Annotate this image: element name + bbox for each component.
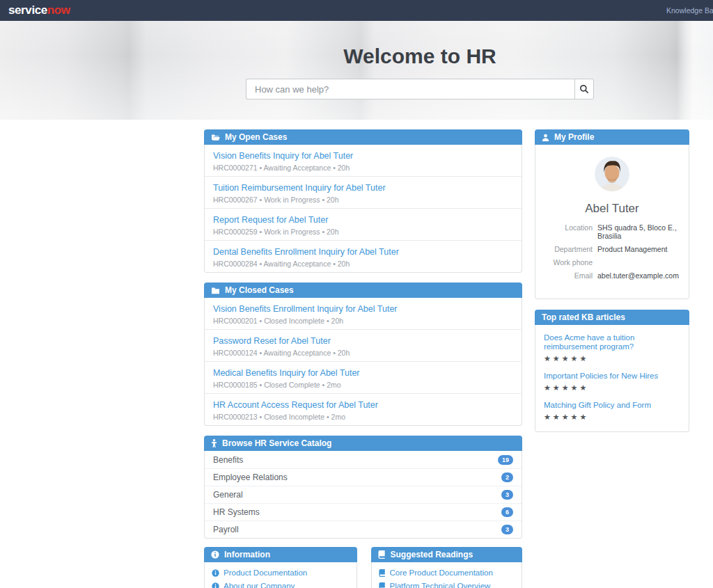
information-link[interactable]: About our Company (224, 582, 295, 588)
kb-article-item[interactable]: Important Policies for New Hires ★★★★★ (535, 363, 689, 392)
case-link[interactable]: HR Account Access Request for Abel Tuter (213, 400, 378, 410)
case-list-item[interactable]: Report Request for Abel Tuter HRC0000259… (205, 208, 522, 240)
page-title: Welcome to HR (246, 45, 594, 68)
book-icon (378, 550, 386, 559)
book-icon (379, 582, 386, 588)
case-list-item[interactable]: Password Reset for Abel Tuter HRC0000124… (205, 329, 522, 361)
kb-article-link[interactable]: Important Policies for New Hires (544, 372, 658, 381)
category-label[interactable]: HR Systems (213, 507, 260, 517)
panel-title: My Closed Cases (225, 285, 294, 295)
case-link[interactable]: Report Request for Abel Tuter (213, 215, 328, 225)
category-count-badge: 3 (501, 490, 513, 500)
profile-field-value: SHS quadra 5, Bloco E., Brasilia (597, 223, 680, 240)
profile-field-value: abel.tuter@example.com (597, 271, 679, 280)
profile-field-label: Email (544, 271, 593, 280)
case-link[interactable]: Medical Benefits Inquiry for Abel Tuter (213, 368, 360, 378)
category-label[interactable]: Employee Relations (213, 472, 288, 482)
kb-article-link[interactable]: Matching Gift Policy and Form (544, 401, 651, 410)
kb-article-rating: ★★★★★ (544, 354, 680, 363)
case-list-item[interactable]: Vision Benefits Inquiry for Abel Tuter H… (205, 145, 522, 176)
case-link[interactable]: Vision Benefits Inquiry for Abel Tuter (213, 151, 353, 161)
case-list-item[interactable]: HR Account Access Request for Abel Tuter… (205, 393, 522, 425)
bottom-panels-row: Information Product Documentation About … (204, 547, 522, 588)
case-meta: HRC0000267 • Work in Progress • 20h (213, 196, 513, 204)
case-link[interactable]: Dental Benefits Enrollment Inquiry for A… (213, 247, 399, 257)
panel-title: My Open Cases (225, 132, 287, 142)
catalog-category-item[interactable]: General 3 (205, 486, 522, 503)
reading-link-item[interactable]: Core Product Documentation (372, 566, 522, 580)
panel-my-open-cases: My Open Cases Vision Benefits Inquiry fo… (204, 129, 522, 273)
kb-article-link[interactable]: Does Acme have a tuition reimbursement p… (544, 333, 680, 351)
case-list-item[interactable]: Vision Benefits Enrollment Inquiry for A… (205, 298, 522, 329)
kb-article-list: Does Acme have a tuition reimbursement p… (535, 325, 689, 432)
avatar (595, 157, 629, 191)
main-column: My Open Cases Vision Benefits Inquiry fo… (204, 129, 522, 588)
right-column: My Profile Abel Tuter Location S (535, 129, 689, 442)
panel-header-suggested-readings: Suggested Readings (371, 547, 523, 562)
profile-field-row: Email abel.tuter@example.com (544, 271, 680, 280)
reading-link-item[interactable]: Platform Technical Overview (372, 580, 522, 588)
category-label[interactable]: Benefits (213, 455, 243, 465)
category-label[interactable]: General (213, 490, 243, 500)
information-link-item[interactable]: Product Documentation (205, 566, 356, 580)
profile-card: Abel Tuter Location SHS quadra 5, Bloco … (535, 145, 689, 299)
panel-header-my-open-cases: My Open Cases (204, 129, 522, 145)
servicenow-logo[interactable]: servicenow (8, 0, 70, 21)
search-bar (246, 79, 594, 100)
profile-field-label: Department (544, 245, 593, 253)
category-count-badge: 6 (501, 507, 513, 517)
user-icon (542, 134, 549, 141)
case-list-item[interactable]: Tuition Reimbursement Inquiry for Abel T… (205, 176, 522, 208)
panel-title: Browse HR Service Catalog (222, 438, 331, 448)
search-icon (579, 84, 589, 94)
search-button[interactable] (574, 79, 594, 100)
knowledge-base-link[interactable]: Knowledge Bas (666, 6, 713, 15)
category-count-badge: 2 (501, 472, 513, 482)
information-link[interactable]: Product Documentation (224, 569, 307, 578)
kb-article-rating: ★★★★★ (544, 383, 680, 392)
profile-fields: Location SHS quadra 5, Bloco E., Brasili… (544, 223, 680, 280)
case-meta: HRC0000124 • Awaiting Acceptance • 20h (213, 349, 513, 357)
case-link[interactable]: Password Reset for Abel Tuter (213, 336, 331, 346)
panel-my-profile: My Profile Abel Tuter Location S (535, 129, 689, 299)
case-link[interactable]: Tuition Reimbursement Inquiry for Abel T… (213, 183, 386, 193)
catalog-category-item[interactable]: Payroll 3 (205, 521, 522, 538)
case-meta: HRC0000284 • Awaiting Acceptance • 20h (213, 260, 513, 268)
kb-article-rating: ★★★★★ (544, 413, 680, 422)
reading-link[interactable]: Core Product Documentation (390, 569, 493, 578)
profile-field-label: Work phone (544, 258, 593, 267)
case-list-item[interactable]: Dental Benefits Enrollment Inquiry for A… (205, 240, 522, 272)
panel-header-my-profile: My Profile (535, 129, 689, 145)
info-icon (211, 550, 219, 559)
hero-banner: Welcome to HR (0, 21, 713, 120)
category-label[interactable]: Payroll (213, 525, 239, 534)
folder-open-icon (211, 134, 220, 141)
readings-link-list: Core Product Documentation Platform Tech… (371, 562, 523, 588)
catalog-category-list: Benefits 19 Employee Relations 2 General… (204, 451, 522, 539)
kb-article-item[interactable]: Matching Gift Policy and Form ★★★★★ (535, 392, 689, 422)
category-count-badge: 19 (498, 455, 513, 465)
catalog-category-item[interactable]: Benefits 19 (205, 451, 522, 468)
profile-field-value: Product Management (597, 245, 667, 253)
panel-title: My Profile (554, 132, 594, 142)
open-cases-list: Vision Benefits Inquiry for Abel Tuter H… (204, 145, 522, 273)
search-input[interactable] (246, 79, 574, 100)
case-meta: HRC0000201 • Closed Incomplete • 20h (213, 317, 513, 325)
panel-my-closed-cases: My Closed Cases Vision Benefits Enrollme… (204, 283, 522, 426)
panel-header-top-rated-kb: Top rated KB articles (535, 310, 689, 325)
catalog-category-item[interactable]: Employee Relations 2 (205, 468, 522, 486)
panel-title: Information (224, 550, 270, 559)
folder-icon (211, 287, 220, 294)
top-navbar: servicenow Knowledge Bas (0, 0, 713, 21)
catalog-category-item[interactable]: HR Systems 6 (205, 503, 522, 521)
panel-title: Suggested Readings (391, 550, 473, 559)
case-list-item[interactable]: Medical Benefits Inquiry for Abel Tuter … (205, 361, 522, 393)
kb-article-item[interactable]: Does Acme have a tuition reimbursement p… (535, 328, 689, 363)
profile-field-row: Work phone (544, 258, 680, 267)
profile-field-row: Department Product Management (544, 245, 680, 253)
case-meta: HRC0000185 • Closed Complete • 2mo (213, 381, 513, 389)
reading-link[interactable]: Platform Technical Overview (390, 582, 491, 588)
information-link-list: Product Documentation About our Company … (204, 562, 357, 588)
information-link-item[interactable]: About our Company (205, 580, 356, 588)
case-link[interactable]: Vision Benefits Enrollment Inquiry for A… (213, 304, 398, 314)
